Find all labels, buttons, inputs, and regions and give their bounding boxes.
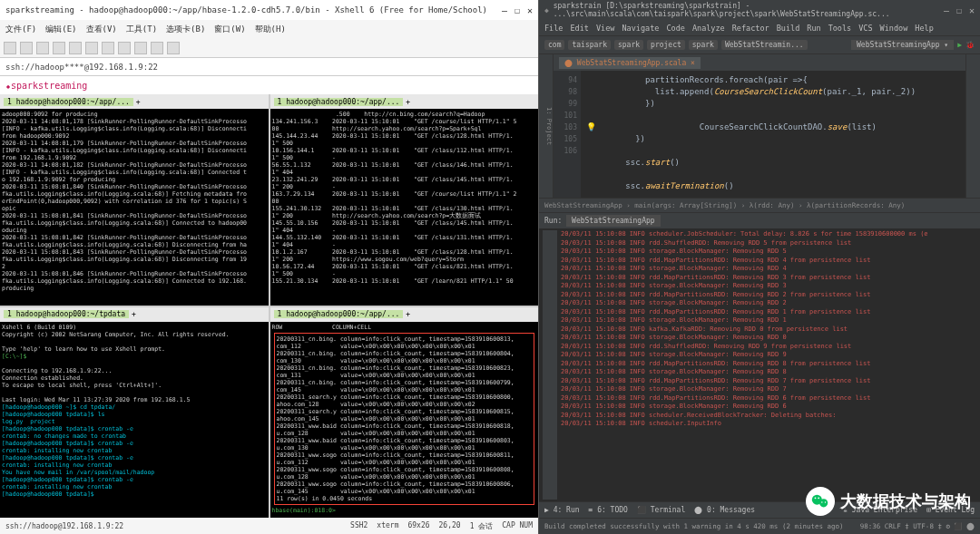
xshell-titlebar[interactable]: sparkstreaming - hadoop@hadoop000:~/app/… xyxy=(0,0,538,20)
menu-vcs[interactable]: VCS xyxy=(858,24,872,33)
run-console[interactable]: 20/03/11 15:10:08 INFO scheduler.JobSche… xyxy=(539,228,980,501)
menu-window[interactable]: Window xyxy=(880,24,908,33)
pane-hbase: 1 hadoop@hadoop000:~/app/... + ROW COLUM… xyxy=(270,307,539,519)
menu-help[interactable]: 帮助(H) xyxy=(255,24,286,35)
toolbar-btn[interactable] xyxy=(85,42,98,54)
toolbar-btn[interactable] xyxy=(69,42,82,54)
crumb[interactable]: taispark xyxy=(568,40,611,50)
pane-accesslog: 1 hadoop@hadoop000:~/app/... + .500 http… xyxy=(270,94,539,306)
pane-kafka: 1 hadoop@hadoop000:~/app/... + adoop000:… xyxy=(0,94,269,306)
status-right: 98:36 CRLF ‡ UTF-8 ‡ ⚙ ⬛ ⬤ xyxy=(860,522,975,530)
svg-point-3 xyxy=(818,497,819,499)
toolbar-btn[interactable] xyxy=(4,42,16,54)
ij-titlebar[interactable]: ◆ sparkstrain [D:\sparkstreaming\sparkst… xyxy=(539,0,980,20)
code-content[interactable]: partitionRecords.foreach(pair =>{ list.a… xyxy=(581,71,965,198)
xshell-window: sparkstreaming - hadoop@hadoop000:~/app/… xyxy=(0,0,539,534)
terminal-output[interactable]: Xshell 6 (Build 0109) Copyright (c) 2002… xyxy=(0,322,269,519)
menu-file[interactable]: 文件(F) xyxy=(5,24,36,35)
menu-build[interactable]: Build xyxy=(777,24,800,33)
tab-run[interactable]: ▶ 4: Run xyxy=(544,506,580,514)
ij-breadcrumb-nav: com taispark spark project spark WebStat… xyxy=(539,36,980,54)
address-bar[interactable]: ssh://hadoop****@192.168.1.9:22 xyxy=(0,58,538,76)
menu-code[interactable]: Code xyxy=(666,24,684,33)
crumb[interactable]: project xyxy=(647,40,685,50)
run-panel-header: Run: WebStatStreamingApp xyxy=(539,212,980,228)
pane-tab[interactable]: 1 hadoop@hadoop000:~/app/... + xyxy=(270,94,539,109)
status-pos: 26,20 xyxy=(439,521,461,531)
menu-window[interactable]: 窗口(W) xyxy=(214,24,245,35)
toolbar-btn[interactable] xyxy=(102,42,114,54)
pane-crontab: 1 hadoop@hadoop000:~/tpdata + Xshell 6 (… xyxy=(0,307,269,519)
toolbar-btn[interactable] xyxy=(36,42,49,54)
session-label[interactable]: ⬥ sparkstreaming xyxy=(0,76,538,94)
toolbar-btn[interactable] xyxy=(151,42,163,54)
terminal-output[interactable]: .500 http://cn.bing.com/search?q=Hadoop … xyxy=(270,109,539,306)
menu-tab[interactable]: 选项卡(B) xyxy=(166,24,205,35)
pane-tab[interactable]: 1 hadoop@hadoop000:~/app/... + xyxy=(270,307,539,322)
wechat-icon xyxy=(806,487,835,516)
menu-help[interactable]: Help xyxy=(915,24,933,33)
tab-todo[interactable]: ≡ 6: TODO xyxy=(589,506,628,514)
status-ssh: SSH2 xyxy=(350,521,368,531)
terminal-output[interactable]: adoop000:9092 for producing 2020-03-11 1… xyxy=(0,109,269,306)
crumb[interactable]: spark xyxy=(689,40,718,50)
left-tool-strip[interactable]: 1: Project xyxy=(539,54,554,198)
watermark-text: 大数据技术与架构 xyxy=(840,490,971,512)
menu-file[interactable]: File xyxy=(544,24,563,33)
ij-statusbar: Build completed successfully with 1 warn… xyxy=(539,518,980,534)
run-config-selector[interactable]: WebStatStreamingApp ▾ xyxy=(851,40,954,50)
menu-refactor[interactable]: Refactor xyxy=(732,24,769,33)
close-icon[interactable]: ✕ xyxy=(527,5,533,15)
xshell-title: sparkstreaming - hadoop@hadoop000:~/app/… xyxy=(5,5,487,15)
structure-breadcrumb[interactable]: WebStatStreamingApp › main(args: Array[S… xyxy=(539,198,980,212)
status-conn: ssh://hadoop@192.168.1.9:22 xyxy=(5,522,123,530)
menu-run[interactable]: Run xyxy=(807,24,820,33)
maximize-icon[interactable]: ☐ xyxy=(956,5,962,15)
debug-icon[interactable]: 🐞 xyxy=(965,41,975,49)
crumb[interactable]: WebStatStreamin... xyxy=(721,40,808,50)
menu-view[interactable]: 查看(V) xyxy=(86,24,117,35)
menu-edit[interactable]: 编辑(E) xyxy=(45,24,76,35)
terminal-output[interactable]: ROW COLUMN+CELL 20200311_cn.bing. column… xyxy=(270,322,539,519)
ij-menubar: File Edit View Navigate Code Analyze Ref… xyxy=(539,20,980,36)
toolbar-btn[interactable] xyxy=(167,42,180,54)
code-editor[interactable]: 94 98 99 101 103 105 106 partitionRecord… xyxy=(554,71,965,198)
line-gutter: 94 98 99 101 103 105 106 xyxy=(554,71,581,198)
menu-tools[interactable]: Tools xyxy=(828,24,852,33)
maximize-icon[interactable]: ☐ xyxy=(514,5,520,15)
close-icon[interactable]: ✕ xyxy=(969,5,975,15)
console-output: 20/03/11 15:10:08 INFO scheduler.JobSche… xyxy=(557,230,976,500)
pane-tab[interactable]: 1 hadoop@hadoop000:~/app/... + xyxy=(0,94,269,109)
status-term: xterm xyxy=(377,521,398,531)
watermark: 大数据技术与架构 xyxy=(806,487,971,516)
editor-tabs: ⬤ WebStatStreamingApp.scala × xyxy=(554,54,965,71)
menu-edit[interactable]: Edit xyxy=(570,24,588,33)
svg-point-2 xyxy=(815,497,817,499)
tab-messages[interactable]: ⬤ 0: Messages xyxy=(694,506,755,514)
minimize-icon[interactable]: — xyxy=(502,5,507,15)
toolbar-btn[interactable] xyxy=(20,42,33,54)
menu-tools[interactable]: 工具(T) xyxy=(126,24,157,35)
menu-analyze[interactable]: Analyze xyxy=(692,24,725,33)
crumb[interactable]: com xyxy=(544,40,564,50)
console-toolbar[interactable] xyxy=(543,230,557,500)
toolbar-btn[interactable] xyxy=(134,42,147,54)
editor-tab-active[interactable]: ⬤ WebStatStreamingApp.scala × xyxy=(559,57,701,69)
hbase-result-box: 20200311_cn.bing. column=info:click_coun… xyxy=(274,333,535,505)
minimize-icon[interactable]: — xyxy=(944,5,949,15)
right-tool-strip[interactable] xyxy=(965,54,980,198)
run-label: Run: xyxy=(544,217,562,225)
tab-terminal[interactable]: ⬛ Terminal xyxy=(637,506,685,514)
toolbar-btn[interactable] xyxy=(118,42,131,54)
menu-navigate[interactable]: Navigate xyxy=(622,24,659,33)
status-cap: CAP NUM xyxy=(502,521,533,531)
toolbar-btn[interactable] xyxy=(53,42,65,54)
pane-tab[interactable]: 1 hadoop@hadoop000:~/tpdata + xyxy=(0,307,269,322)
run-app-name[interactable]: WebStatStreamingApp xyxy=(566,215,661,227)
menu-view[interactable]: View xyxy=(596,24,614,33)
xshell-statusbar: ssh://hadoop@192.168.1.9:22 SSH2 xterm 6… xyxy=(0,518,538,534)
run-icon[interactable]: ▶ xyxy=(957,41,962,49)
intellij-window: ◆ sparkstrain [D:\sparkstreaming\sparkst… xyxy=(539,0,980,534)
crumb[interactable]: spark xyxy=(614,40,643,50)
build-status: Build completed successfully with 1 warn… xyxy=(544,522,844,530)
